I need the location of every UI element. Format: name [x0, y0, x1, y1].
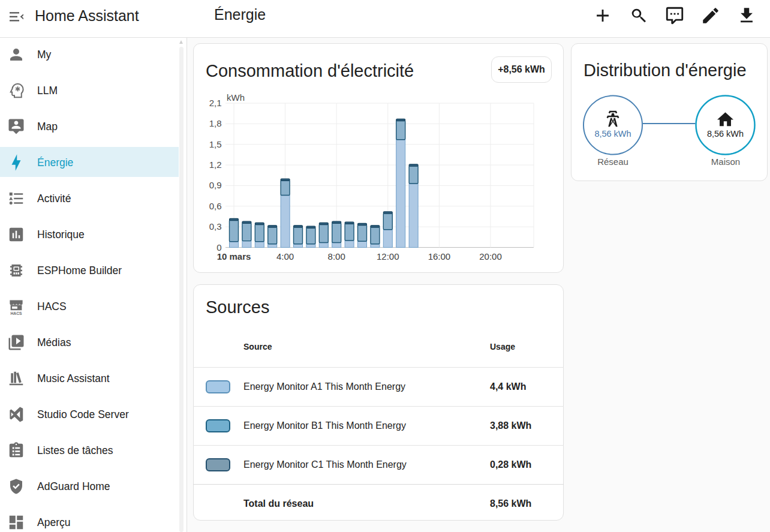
svg-text:0,9: 0,9	[209, 180, 222, 190]
svg-text:0,3: 0,3	[209, 221, 222, 232]
svg-text:1,8: 1,8	[209, 118, 222, 128]
svg-text:0: 0	[216, 242, 221, 253]
svg-text:20:00: 20:00	[479, 251, 502, 262]
svg-text:1,2: 1,2	[209, 160, 222, 170]
svg-text:4:00: 4:00	[276, 251, 294, 262]
svg-text:8,56 kWh: 8,56 kWh	[594, 129, 631, 139]
svg-text:8:00: 8:00	[328, 251, 345, 262]
svg-text:8,56 kWh: 8,56 kWh	[707, 129, 744, 139]
svg-text:12:00: 12:00	[377, 251, 399, 262]
svg-text:HACS: HACS	[10, 311, 22, 315]
svg-text:10 mars: 10 mars	[217, 251, 251, 262]
svg-text:0,6: 0,6	[209, 201, 222, 211]
svg-text:1,5: 1,5	[209, 139, 222, 149]
svg-text:kWh: kWh	[227, 92, 245, 103]
svg-text:2,1: 2,1	[209, 98, 222, 108]
svg-text:16:00: 16:00	[428, 251, 451, 262]
